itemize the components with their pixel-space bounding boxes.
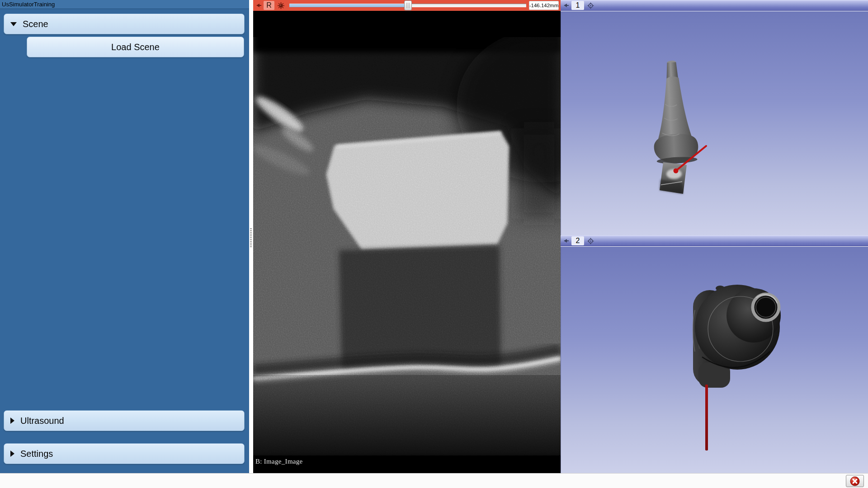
- minimize-view-button[interactable]: [564, 4, 569, 7]
- sidebar: UsSimulatorTraining Scene Load Scene Ult…: [0, 0, 249, 473]
- render-view-1[interactable]: [561, 11, 868, 235]
- window-title: UsSimulatorTraining: [0, 0, 249, 9]
- orientation-badge: R: [264, 1, 274, 10]
- slider-fill: [289, 4, 408, 7]
- view2-header: 2: [561, 235, 868, 246]
- slider-handle[interactable]: [404, 0, 412, 10]
- view1-label: 1: [571, 1, 584, 10]
- triangle-right-icon: [10, 450, 14, 457]
- crosshair-icon[interactable]: [587, 2, 594, 9]
- panel-splitter[interactable]: [249, 0, 253, 473]
- load-scene-button[interactable]: Load Scene: [27, 37, 244, 57]
- section-header-settings[interactable]: Settings: [4, 443, 245, 464]
- slice-slider[interactable]: [289, 0, 526, 11]
- view2-label: 2: [571, 236, 584, 245]
- section-header-ultrasound[interactable]: Ultrasound: [4, 410, 245, 431]
- splitter-grip-icon: [250, 228, 252, 247]
- pin-icon[interactable]: [277, 2, 285, 9]
- minimize-view-button[interactable]: [564, 239, 569, 243]
- minimize-view-button[interactable]: [256, 4, 261, 7]
- close-button[interactable]: [846, 475, 864, 487]
- probe-3d-model: [561, 11, 867, 235]
- probe-top-3d-model: [561, 247, 867, 473]
- close-icon: [850, 476, 860, 486]
- ultrasound-speckle-texture: [253, 37, 561, 454]
- render-view-column: 1: [561, 0, 868, 473]
- section-label-ultrasound: Ultrasound: [20, 416, 64, 426]
- ultrasound-image-viewport[interactable]: B: Image_Image: [253, 11, 561, 473]
- corner-annotation: B: Image_Image: [255, 458, 303, 465]
- application-window: UsSimulatorTraining Scene Load Scene Ult…: [0, 0, 868, 488]
- red-needle-line: [705, 385, 708, 450]
- slice-position-value: -146.142mm: [529, 1, 559, 10]
- render-view-2[interactable]: [561, 247, 868, 473]
- triangle-right-icon: [10, 418, 14, 424]
- section-label-settings: Settings: [20, 449, 53, 459]
- section-label-scene: Scene: [23, 19, 48, 29]
- ultrasound-panel: R -146.142mm: [253, 0, 561, 473]
- view1-header: 1: [561, 0, 868, 11]
- triangle-down-icon: [10, 22, 17, 26]
- section-header-scene[interactable]: Scene: [4, 14, 245, 34]
- crosshair-icon[interactable]: [587, 238, 594, 244]
- slice-navigation-bar: R -146.142mm: [253, 0, 561, 11]
- status-bar: [0, 473, 868, 488]
